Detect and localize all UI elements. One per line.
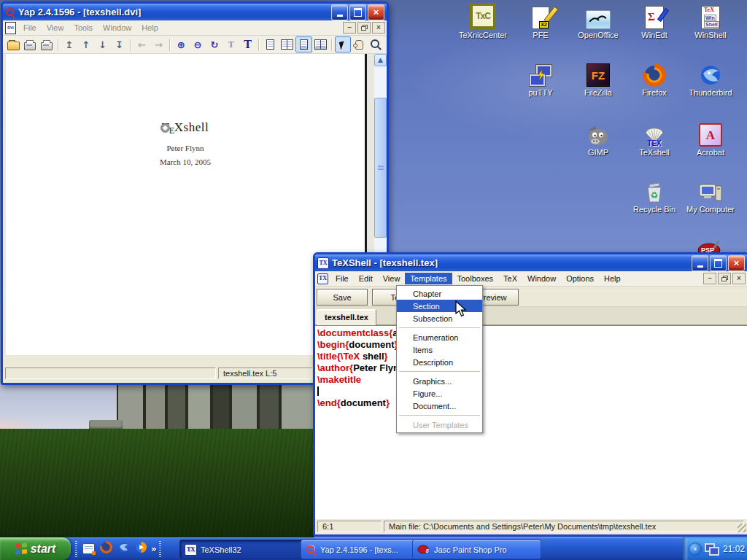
desktop-icon-recycle-bin[interactable]: ♻Recycle Bin <box>627 177 682 214</box>
start-button[interactable]: start <box>0 537 71 560</box>
popup-item-subsection[interactable]: Subsection <box>397 312 482 324</box>
desktop-icon-gimp[interactable]: GIMP <box>570 120 626 157</box>
magnifier-tool-icon[interactable] <box>368 36 384 52</box>
zoom-out-icon[interactable]: ⊖ <box>190 36 206 52</box>
continuous-double-view-icon[interactable] <box>312 36 329 52</box>
popup-item-description[interactable]: Description <box>397 356 482 368</box>
yap-menu-help[interactable]: Help <box>136 22 163 34</box>
popup-item-graphics[interactable]: Graphics... <box>397 375 482 387</box>
texshell-menu-file[interactable]: File <box>330 273 354 284</box>
popup-item-user-templates: User Templates <box>397 419 482 431</box>
previous-page-icon[interactable]: ↑ <box>77 36 94 52</box>
popup-item-items[interactable]: Items <box>397 343 482 356</box>
yap-menu-view[interactable]: View <box>42 22 69 34</box>
texshell-menu-tex[interactable]: TeX <box>498 273 522 284</box>
media-player-icon[interactable] <box>132 540 150 558</box>
texshell-menu-templates[interactable]: Templates <box>405 273 452 284</box>
desktop-icon-label: OpenOffice <box>570 31 626 39</box>
taskbar-button-yap-2-4-1596-texs[interactable]: Yap 2.4.1596 - [texs... <box>301 540 417 559</box>
texshell-mdi-minimize-button[interactable]: – <box>703 273 716 284</box>
yap-maximize-button[interactable] <box>349 4 366 20</box>
tray-collapse-button[interactable]: ‹ <box>689 542 702 556</box>
yap-close-button[interactable]: × <box>368 4 384 20</box>
vertical-scroll-thumb[interactable] <box>374 98 387 238</box>
zoom-in-icon[interactable]: ⊕ <box>173 36 190 52</box>
yap-titlebar[interactable]: Yap 2.4.1596 - [texshell.dvi] × <box>3 4 387 20</box>
desktop-icon-acrobat[interactable]: AAcrobat <box>683 120 738 157</box>
text-tool-icon[interactable]: T <box>239 36 256 52</box>
double-page-view-icon[interactable] <box>279 36 295 52</box>
popup-item-document[interactable]: Document... <box>397 400 482 412</box>
yap-ruler-cursor-icon <box>160 123 170 133</box>
show-desktop-icon[interactable] <box>80 540 97 558</box>
texshell-titlebar[interactable]: TX TeXShell - [texshell.tex] × <box>315 254 747 271</box>
forward-icon[interactable]: → <box>150 36 167 52</box>
single-page-view-icon[interactable] <box>262 36 279 52</box>
popup-item-chapter[interactable]: Chapter <box>397 287 482 300</box>
desktop-icon-texniccenter[interactable]: TxCTeXnicCenter <box>455 3 511 39</box>
yap-minimize-button[interactable] <box>331 4 348 20</box>
ruler-tool-icon[interactable]: T <box>222 36 239 52</box>
texshell-menu-toolboxes[interactable]: Toolboxes <box>452 273 499 284</box>
yap-mdi-restore-button[interactable] <box>357 22 371 34</box>
thunderbird-icon[interactable] <box>115 540 132 558</box>
popup-item-figure[interactable]: Figure... <box>397 387 482 400</box>
next-page-icon[interactable]: ↓ <box>94 36 111 52</box>
desktop-icon-pfe[interactable]: 32PFE <box>513 3 568 39</box>
desktop-icon-label: FileZilla <box>570 88 626 97</box>
texshell-close-button[interactable]: × <box>728 255 745 271</box>
yap-menu-file[interactable]: File <box>18 22 42 34</box>
desktop-icon-my-computer[interactable]: My Computer <box>683 177 738 214</box>
desktop-icon-openoffice[interactable]: OpenOffice <box>570 3 626 39</box>
open-file-icon[interactable] <box>5 36 22 52</box>
network-tray-icon[interactable] <box>705 542 719 556</box>
firefox-icon[interactable] <box>97 540 115 558</box>
refresh-icon[interactable]: ↻ <box>206 36 222 52</box>
popup-item-section[interactable]: Section <box>397 300 482 312</box>
desktop-icon-label: My Computer <box>683 205 738 214</box>
forward-icon-glyph: → <box>155 39 163 50</box>
last-page-icon[interactable]: ↧ <box>111 36 128 52</box>
print-page-icon[interactable] <box>39 36 55 52</box>
yap-mdi-close-button[interactable]: × <box>372 22 385 34</box>
desktop-icon-firefox[interactable]: Firefox <box>627 61 682 97</box>
back-icon[interactable]: ← <box>133 36 150 52</box>
print-icon[interactable] <box>22 36 39 52</box>
desktop-icon-winedt[interactable]: ΣWinEdt <box>627 3 682 39</box>
desktop-icon-label: Recycle Bin <box>627 205 682 214</box>
resize-grip[interactable] <box>738 524 746 532</box>
toolbar-grip[interactable] <box>75 541 77 557</box>
yap-menu-tools[interactable]: Tools <box>69 22 98 34</box>
first-page-icon[interactable]: ↥ <box>61 36 78 52</box>
texshell-menu-edit[interactable]: Edit <box>354 273 378 284</box>
desktop-icon-thunderbird[interactable]: Thunderbird <box>683 61 738 97</box>
texshell-menu-help[interactable]: Help <box>599 273 626 284</box>
quick-launch-overflow-chevron[interactable]: » <box>151 545 157 553</box>
taskbar-button-jasc-paint-shop-pro[interactable]: 8Jasc Paint Shop Pro <box>412 540 541 559</box>
texshell-mdi-close-button[interactable]: × <box>732 273 746 284</box>
texshell-menu-view[interactable]: View <box>378 273 406 284</box>
desktop-icon-texshell[interactable]: TEXTeXshell <box>627 120 682 157</box>
tab-texshell-tex[interactable]: texshell.tex <box>317 309 376 325</box>
editor-line: \maketitle <box>317 374 747 386</box>
save-button[interactable]: Save <box>317 289 368 306</box>
toolbar-grip[interactable] <box>159 541 161 557</box>
scroll-up-arrow[interactable]: ▲ <box>374 54 387 66</box>
texshell-menu-window[interactable]: Window <box>522 273 561 284</box>
continuous-view-icon[interactable] <box>295 36 312 52</box>
texshell-minimize-button[interactable] <box>692 255 708 271</box>
desktop-icon-winshell[interactable]: TeXWinShellWinShell <box>683 3 738 39</box>
desktop-icon-filezilla[interactable]: FZFileZilla <box>570 61 626 97</box>
texshell-menu-options[interactable]: Options <box>561 273 599 284</box>
popup-item-enumeration[interactable]: Enumeration <box>397 331 482 343</box>
texshell-maximize-button[interactable] <box>710 255 727 271</box>
select-tool-icon[interactable] <box>335 36 352 52</box>
texshell-mdi-restore-button[interactable] <box>718 273 731 284</box>
yap-menu-window[interactable]: Window <box>98 22 136 34</box>
desktop-icon-putty[interactable]: puTTY <box>513 61 568 97</box>
taskbar-button-texshell32[interactable]: TXTeXShell32 <box>179 540 308 559</box>
yap-mdi-minimize-button[interactable]: – <box>343 22 356 34</box>
texshell-icon: TEX <box>627 120 682 147</box>
hand-tool-icon[interactable] <box>351 36 368 52</box>
texshell-editor[interactable]: \documentclass{article}\begin{document}\… <box>315 325 747 519</box>
